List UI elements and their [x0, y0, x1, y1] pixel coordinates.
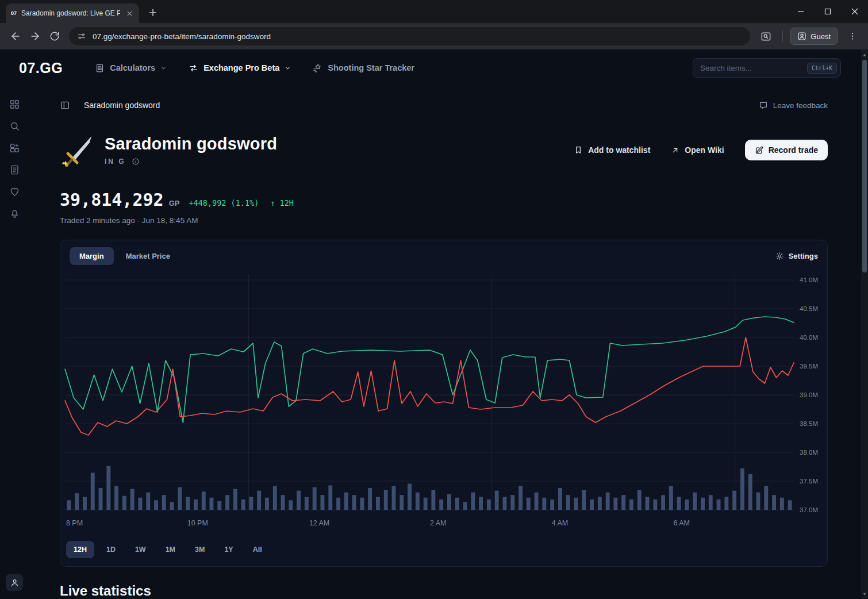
forward-button[interactable] — [25, 26, 45, 46]
record-trade-label: Record trade — [769, 145, 818, 155]
item-tags: IN G — [105, 158, 126, 166]
range-1m[interactable]: 1M — [158, 541, 183, 558]
item-icon-saradomin-godsword — [60, 133, 97, 167]
search-side-panel-icon[interactable] — [756, 26, 775, 46]
info-icon[interactable] — [132, 158, 140, 166]
items-browse-icon[interactable] — [8, 141, 21, 154]
dashboard-grid-icon[interactable] — [8, 98, 21, 110]
url-bar[interactable]: 07.gg/exchange-pro-beta/item/saradomin-g… — [69, 27, 750, 45]
tab-market-price[interactable]: Market Price — [116, 247, 180, 265]
tab-margin[interactable]: Margin — [70, 247, 114, 265]
new-tab-button[interactable] — [145, 5, 161, 21]
svg-text:6 AM: 6 AM — [673, 519, 690, 527]
browser-toolbar: 07.gg/exchange-pro-beta/item/saradomin-g… — [0, 23, 868, 49]
range-12h[interactable]: 12H — [66, 541, 94, 558]
leave-feedback-button[interactable]: Leave feedback — [759, 101, 828, 110]
site-logo[interactable]: 07.GG — [19, 60, 63, 76]
price-change-period: ↑ 12H — [270, 198, 294, 208]
nav-item-exchange-pro[interactable]: Exchange Pro Beta — [189, 63, 291, 73]
chart-settings-button[interactable]: Settings — [775, 252, 818, 260]
site-info-icon[interactable] — [77, 32, 86, 41]
scrollbar-up-arrow[interactable]: ▲ — [861, 51, 868, 59]
rail-icons — [8, 98, 21, 220]
item-header: Saradomin godsword IN G Add to watchlist — [60, 133, 828, 167]
range-selector: 12H 1D 1W 1M 3M 1Y All — [60, 536, 827, 566]
search-input[interactable] — [700, 64, 802, 72]
feedback-bubble-icon — [759, 101, 768, 110]
record-trade-button[interactable]: Record trade — [745, 140, 828, 160]
page: 07.GG Calculators Exchange Pro Beta — [0, 49, 868, 599]
item-title-block: Saradomin godsword IN G — [105, 135, 277, 166]
svg-text:40.0M: 40.0M — [800, 334, 818, 341]
external-link-icon — [671, 146, 679, 155]
svg-text:10 PM: 10 PM — [187, 519, 208, 527]
open-wiki-button[interactable]: Open Wiki — [671, 145, 724, 155]
tab-close-icon[interactable] — [125, 9, 134, 18]
site-header: 07.GG Calculators Exchange Pro Beta — [0, 49, 868, 86]
search-items-box[interactable]: Ctrl+K — [693, 58, 841, 78]
last-traded-text: Traded 2 minutes ago · Jun 18, 8:45 AM — [60, 216, 868, 225]
breadcrumb-item-name[interactable]: Saradomin godsword — [84, 101, 160, 110]
tab-title: Saradomin godsword: Live GE P — [21, 9, 120, 17]
svg-text:39.0M: 39.0M — [800, 391, 818, 398]
exchange-icon — [189, 63, 198, 73]
chart-card: Margin Market Price Settings 41.0M40.5M4… — [60, 240, 828, 567]
item-tags-row: IN G — [105, 158, 277, 166]
add-to-watchlist-button[interactable]: Add to watchlist — [574, 145, 650, 155]
price-chart[interactable]: 41.0M40.5M40.0M39.5M39.0M38.5M38.0M37.5M… — [60, 272, 828, 536]
scrollbar-thumb[interactable] — [862, 60, 867, 272]
guest-profile-button[interactable]: Guest — [790, 28, 838, 45]
search-shortcut-badge: Ctrl+K — [807, 63, 837, 74]
svg-text:38.5M: 38.5M — [800, 420, 818, 427]
search-icon[interactable] — [8, 120, 21, 132]
range-3m[interactable]: 3M — [187, 541, 212, 558]
url-text[interactable]: 07.gg/exchange-pro-beta/item/saradomin-g… — [93, 32, 271, 41]
nav-item-calculators[interactable]: Calculators — [95, 63, 167, 73]
svg-text:40.5M: 40.5M — [800, 305, 818, 312]
guest-label: Guest — [811, 32, 831, 41]
left-rail — [0, 86, 29, 599]
range-1w[interactable]: 1W — [128, 541, 153, 558]
toolbar-separator — [782, 30, 783, 42]
main-nav: Calculators Exchange Pro Beta Shooting S — [95, 63, 414, 73]
settings-label: Settings — [789, 252, 818, 260]
alerts-bell-icon[interactable] — [8, 207, 21, 220]
main-content: Saradomin godsword Leave feedback — [29, 86, 868, 599]
price-change: +448,992 (1.1%) — [189, 198, 259, 208]
toolbar-right: Guest — [756, 26, 862, 46]
svg-text:4 AM: 4 AM — [552, 519, 569, 527]
svg-text:12 AM: 12 AM — [309, 519, 329, 527]
window-controls — [787, 0, 868, 23]
guest-avatar-icon — [797, 32, 806, 41]
page-scrollbar[interactable]: ▲ ▼ — [861, 49, 868, 599]
reload-button[interactable] — [45, 26, 64, 46]
item-title: Saradomin godsword — [105, 135, 277, 153]
svg-text:2 AM: 2 AM — [430, 519, 447, 527]
docs-icon[interactable] — [8, 163, 21, 176]
svg-text:38.0M: 38.0M — [800, 449, 818, 456]
nav-label: Exchange Pro Beta — [203, 63, 279, 72]
range-1d[interactable]: 1D — [99, 541, 123, 558]
gear-icon — [775, 252, 784, 260]
nav-item-shooting-star[interactable]: Shooting Star Tracker — [313, 63, 414, 73]
close-button[interactable] — [841, 0, 868, 23]
watchlist-heart-icon[interactable] — [8, 185, 21, 198]
item-actions: Add to watchlist Open Wiki Record trade — [574, 140, 828, 160]
maximize-button[interactable] — [814, 0, 841, 23]
range-all[interactable]: All — [245, 541, 270, 558]
minimize-button[interactable] — [787, 0, 814, 23]
range-1y[interactable]: 1Y — [217, 541, 240, 558]
browser-tabstrip: 07 Saradomin godsword: Live GE P — [0, 0, 868, 23]
chevron-down-icon — [160, 65, 167, 71]
browser-tab[interactable]: 07 Saradomin godsword: Live GE P — [6, 3, 139, 23]
scrollbar-down-arrow[interactable]: ▼ — [861, 590, 868, 598]
page-body: Saradomin godsword Leave feedback — [0, 86, 868, 599]
svg-text:41.0M: 41.0M — [800, 277, 818, 283]
browser-menu-icon[interactable] — [843, 26, 862, 46]
profile-icon[interactable] — [6, 574, 23, 591]
svg-text:8 PM: 8 PM — [66, 519, 83, 527]
panel-toggle-icon[interactable] — [60, 100, 70, 110]
currency-label: GP — [169, 199, 180, 208]
tab-favicon: 07 — [11, 10, 17, 16]
back-button[interactable] — [6, 26, 25, 46]
